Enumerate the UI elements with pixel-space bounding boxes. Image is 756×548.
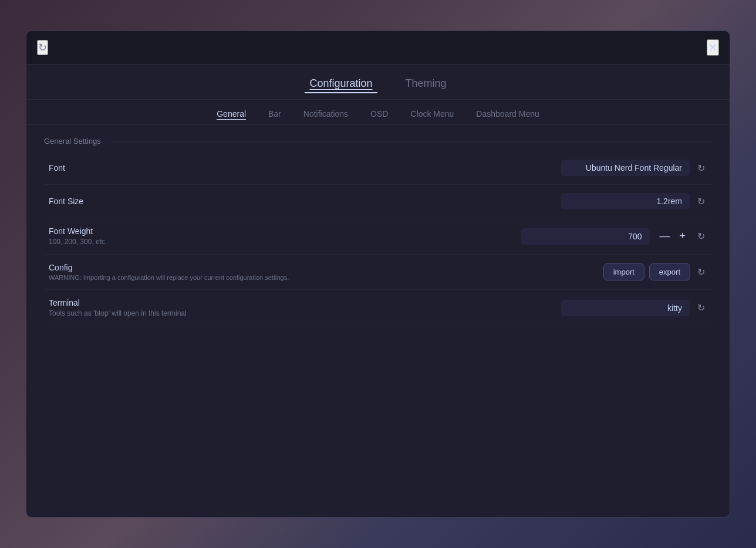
terminal-label-block: Terminal Tools such as 'btop' will open …: [49, 298, 187, 317]
tab-configuration[interactable]: Configuration: [305, 75, 377, 93]
terminal-control: kitty ↻: [561, 300, 707, 316]
setting-row-font: Font Ubuntu Nerd Font Regular ↻: [44, 151, 712, 185]
subtab-notifications[interactable]: Notifications: [301, 108, 350, 120]
terminal-value: kitty: [561, 300, 690, 316]
font-weight-stepper: — +: [654, 228, 690, 245]
tab-theming[interactable]: Theming: [401, 75, 451, 93]
config-warning: WARNING: Importing a configuration will …: [49, 274, 289, 281]
font-weight-plus-button[interactable]: +: [674, 228, 690, 245]
titlebar: ↻ ✕: [26, 31, 730, 65]
font-control: Ubuntu Nerd Font Regular ↻: [561, 160, 707, 176]
font-weight-reset-button[interactable]: ↻: [695, 228, 707, 244]
setting-row-font-weight: Font Weight 100, 200, 300, etc. 700 — + …: [44, 218, 712, 255]
sub-tabs: General Bar Notifications OSD Clock Menu…: [26, 100, 730, 125]
font-value: Ubuntu Nerd Font Regular: [561, 160, 690, 176]
font-size-reset-button[interactable]: ↻: [695, 194, 707, 209]
setting-row-terminal: Terminal Tools such as 'btop' will open …: [44, 290, 712, 326]
setting-row-config: Config WARNING: Importing a configuratio…: [44, 255, 712, 290]
font-reset-button[interactable]: ↻: [695, 160, 707, 176]
config-reset-button[interactable]: ↻: [695, 264, 707, 280]
terminal-label: Terminal: [49, 298, 187, 307]
font-weight-label: Font Weight: [49, 226, 107, 236]
font-weight-minus-button[interactable]: —: [654, 228, 674, 245]
font-size-value: 1.2rem: [561, 193, 690, 209]
section-divider: [108, 141, 712, 141]
titlebar-refresh-button[interactable]: ↻: [37, 40, 48, 55]
config-export-button[interactable]: export: [649, 263, 690, 280]
section-header: General Settings: [44, 137, 712, 146]
font-size-control: 1.2rem ↻: [561, 193, 707, 209]
terminal-reset-button[interactable]: ↻: [695, 300, 707, 316]
subtab-osd[interactable]: OSD: [368, 108, 390, 120]
settings-list: Font Ubuntu Nerd Font Regular ↻ Font Siz…: [44, 151, 712, 326]
terminal-sublabel: Tools such as 'btop' will open in this t…: [49, 309, 187, 317]
font-weight-value: 700: [521, 228, 650, 245]
main-dialog: ↻ ✕ Configuration Theming General Bar No…: [26, 31, 730, 517]
section-title: General Settings: [44, 137, 101, 146]
font-weight-sublabel: 100, 200, 300, etc.: [49, 238, 107, 246]
font-weight-control: 700 — + ↻: [521, 228, 707, 245]
subtab-bar[interactable]: Bar: [266, 108, 284, 120]
config-import-button[interactable]: import: [603, 263, 644, 280]
content-area: General Settings Font Ubuntu Nerd Font R…: [26, 125, 730, 517]
font-weight-label-block: Font Weight 100, 200, 300, etc.: [49, 226, 107, 246]
subtab-dashboard-menu[interactable]: Dashboard Menu: [474, 108, 541, 120]
font-label-block: Font: [49, 163, 65, 172]
font-label: Font: [49, 163, 65, 172]
config-control: import export ↻: [603, 263, 707, 280]
titlebar-close-button[interactable]: ✕: [707, 39, 719, 56]
main-tabs: Configuration Theming: [26, 65, 730, 100]
config-label-block: Config WARNING: Importing a configuratio…: [49, 263, 289, 281]
subtab-general[interactable]: General: [214, 108, 248, 120]
font-size-label-block: Font Size: [49, 197, 83, 206]
setting-row-font-size: Font Size 1.2rem ↻: [44, 185, 712, 218]
font-size-label: Font Size: [49, 197, 83, 206]
config-label: Config: [49, 263, 289, 272]
subtab-clock-menu[interactable]: Clock Menu: [408, 108, 456, 120]
